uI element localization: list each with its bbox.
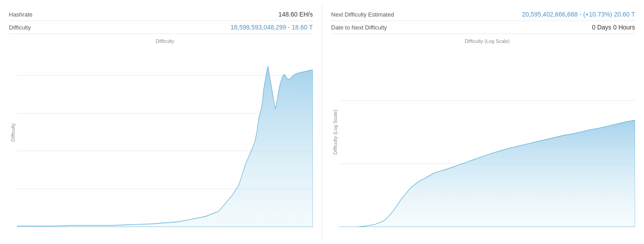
- right-y-axis-label: Difficulty (Log Scale): [331, 38, 339, 227]
- right-chart-svg: [339, 38, 635, 227]
- difficulty-row: Difficulty 18,599,593,048,299 - 18.60 T: [9, 21, 313, 34]
- next-difficulty-value: 20,595,402,666,668 - (+10.73%) 20.60 T: [522, 11, 635, 18]
- left-chart-svg: [17, 38, 313, 227]
- date-next-label: Date to Next Difficulty: [331, 24, 387, 31]
- difficulty-value: 18,599,593,048,299 - 18.60 T: [231, 24, 313, 31]
- right-panel: Next Difficulty Estimated 20,595,402,666…: [322, 4, 644, 240]
- date-next-difficulty-row: Date to Next Difficulty 0 Days 0 Hours: [331, 21, 635, 34]
- difficulty-label: Difficulty: [9, 24, 31, 31]
- hashrate-row: Hashrate 148.60 EH/s: [9, 8, 313, 21]
- right-chart-area: Difficulty (Log Scale) 0 5 10 15: [331, 38, 635, 236]
- right-chart-inner: 0 5 10 15: [339, 38, 635, 227]
- next-difficulty-label: Next Difficulty Estimated: [331, 11, 394, 18]
- date-next-value: 0 Days 0 Hours: [592, 24, 635, 31]
- left-panel: Hashrate 148.60 EH/s Difficulty 18,599,5…: [0, 4, 322, 240]
- left-y-axis-label: Difficulty: [9, 38, 17, 227]
- next-difficulty-row: Next Difficulty Estimated 20,595,402,666…: [331, 8, 635, 21]
- hashrate-value: 148.60 EH/s: [278, 11, 313, 18]
- left-chart-inner: 0 5T 10T 15T 20T 25T: [17, 38, 313, 227]
- hashrate-label: Hashrate: [9, 11, 33, 18]
- left-chart-area: Difficulty: [9, 38, 313, 236]
